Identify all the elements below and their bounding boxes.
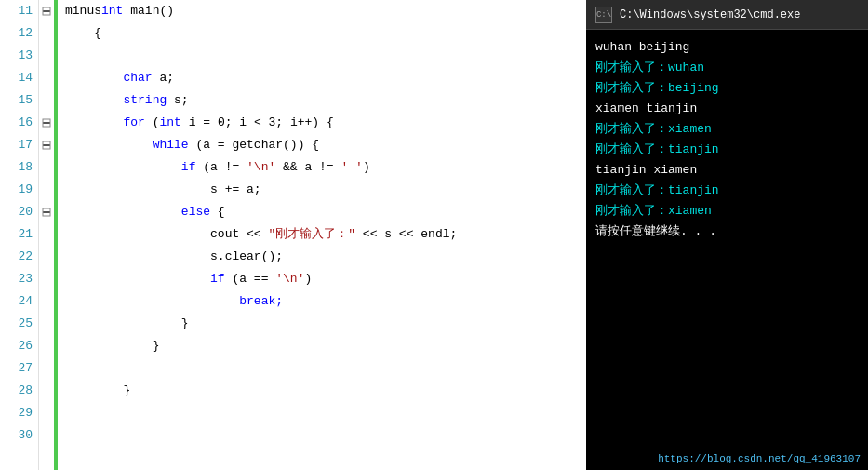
code-token: {	[218, 201, 225, 223]
code-token: s += a;	[210, 179, 261, 201]
code-line: char a;	[65, 67, 586, 89]
code-line	[65, 424, 586, 447]
code-line: }	[65, 313, 586, 335]
code-token: s.clear();	[210, 246, 283, 268]
code-token: a;	[159, 67, 174, 89]
code-token: "刚才输入了："	[268, 223, 355, 246]
terminal-line: wuhan beijing	[595, 37, 859, 58]
code-line: cout << "刚才输入了：" << s << endl;	[65, 223, 586, 246]
line-number: 22	[18, 246, 33, 268]
line-number: 15	[18, 89, 33, 112]
code-token: '\n'	[275, 268, 304, 290]
line-number: 20	[18, 201, 33, 223]
line-number: 26	[18, 335, 33, 357]
code-token: i = 0; i < 3; i++) {	[189, 112, 334, 134]
code-line: break;	[65, 290, 586, 313]
terminal-line: 刚才输入了：tianjin	[595, 181, 859, 201]
terminal-footer: https://blog.csdn.net/qq_41963107	[586, 448, 868, 470]
line-number: 18	[18, 156, 33, 179]
code-token: (	[153, 112, 160, 134]
code-token: break;	[239, 290, 283, 313]
code-line: if (a != '\n' && a != ' ')	[65, 156, 586, 179]
code-token: ' '	[341, 156, 362, 179]
line-number: 14	[18, 67, 33, 89]
terminal-line: tianjin xiamen	[595, 160, 859, 181]
code-line	[65, 402, 586, 424]
terminal-line: 刚才输入了：beijing	[595, 78, 859, 99]
terminal-url: https://blog.csdn.net/qq_41963107	[658, 453, 861, 464]
code-token: '\n'	[247, 156, 275, 179]
code-line: s.clear();	[65, 246, 586, 268]
line-number: 24	[18, 290, 33, 313]
line-number: 17	[18, 134, 33, 156]
line-number: 28	[18, 380, 33, 402]
collapse-button[interactable]	[39, 112, 54, 134]
code-line	[65, 357, 586, 380]
collapse-gutter	[39, 0, 54, 470]
code-token: while	[153, 134, 196, 156]
code-token: (a !=	[203, 156, 247, 179]
collapse-button[interactable]	[39, 201, 54, 223]
line-number: 12	[18, 22, 33, 45]
code-token: int	[159, 112, 188, 134]
code-token: cout	[210, 223, 247, 246]
collapse-button[interactable]	[39, 134, 54, 156]
code-token: if	[210, 268, 232, 290]
line-number: 11	[18, 0, 33, 22]
terminal-line: 刚才输入了：xiamen	[595, 201, 859, 222]
code-line: while (a = getchar()) {	[65, 134, 586, 156]
code-token: && a !=	[275, 156, 341, 179]
code-token: int	[101, 0, 130, 22]
line-numbers: 1112131415161718192021222324252627282930	[0, 0, 39, 470]
code-token: <<	[247, 223, 268, 246]
terminal-line: 刚才输入了：wuhan	[595, 58, 859, 78]
terminal-body: wuhan beijing刚才输入了：wuhan刚才输入了：beijingxia…	[586, 30, 868, 448]
terminal-line: 请按任意键继续. . .	[595, 222, 859, 242]
collapse-button[interactable]	[39, 0, 54, 22]
svg-rect-6	[43, 211, 50, 213]
svg-rect-4	[43, 144, 50, 146]
line-number: 16	[18, 112, 33, 134]
line-number: 27	[18, 357, 33, 380]
code-line: minusint main()	[65, 0, 586, 22]
svg-rect-0	[43, 10, 50, 12]
terminal-icon: C:\	[595, 7, 612, 23]
code-token: )	[363, 156, 370, 179]
line-number: 21	[18, 223, 33, 246]
terminal-line: 刚才输入了：xiamen	[595, 119, 859, 140]
code-line: for (int i = 0; i < 3; i++) {	[65, 112, 586, 134]
code-line: else {	[65, 201, 586, 223]
terminal-line: xiamen tianjin	[595, 99, 859, 119]
code-token: for	[123, 112, 152, 134]
code-token: }	[123, 380, 130, 402]
code-line: }	[65, 335, 586, 357]
code-token: char	[123, 67, 159, 89]
code-token: s;	[174, 89, 189, 112]
editor-panel: 1112131415161718192021222324252627282930…	[0, 0, 586, 470]
code-line: }	[65, 380, 586, 402]
svg-rect-2	[43, 122, 50, 124]
code-line: string s;	[65, 89, 586, 112]
line-number: 23	[18, 268, 33, 290]
line-number: 13	[18, 45, 33, 67]
terminal-titlebar: C:\ C:\Windows\system32\cmd.exe	[586, 0, 868, 30]
code-line: if (a == '\n')	[65, 268, 586, 290]
code-line	[65, 45, 586, 67]
terminal-title: C:\Windows\system32\cmd.exe	[620, 8, 800, 21]
code-token: (a = getchar()) {	[195, 134, 319, 156]
line-number: 30	[18, 424, 33, 447]
code-token: ()	[159, 0, 174, 22]
code-token: (a ==	[232, 268, 275, 290]
code-token: main	[130, 0, 159, 22]
code-area: minusint main() { char a; string s; for …	[58, 0, 586, 470]
terminal-panel: C:\ C:\Windows\system32\cmd.exe wuhan be…	[586, 0, 868, 470]
code-line: s += a;	[65, 179, 586, 201]
line-number: 25	[18, 313, 33, 335]
code-token: string	[123, 89, 174, 112]
code-token: if	[181, 156, 203, 179]
code-token: {	[94, 22, 101, 45]
code-token: minus	[65, 0, 101, 22]
code-token: }	[153, 335, 160, 357]
code-token: << s << endl;	[355, 223, 457, 246]
code-token: )	[304, 268, 312, 290]
